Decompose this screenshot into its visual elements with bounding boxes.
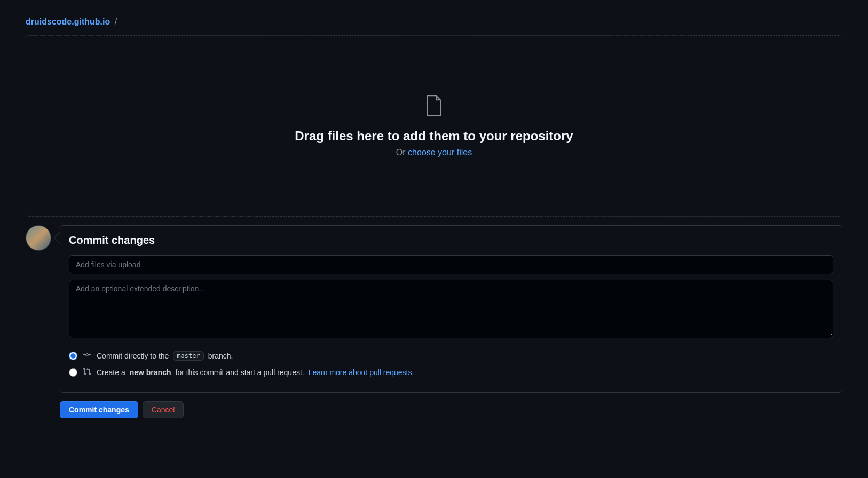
commit-newbranch-option[interactable]: Create a new branch for this commit and … bbox=[69, 367, 833, 377]
commit-direct-label: Commit directly to the master branch. bbox=[97, 351, 233, 361]
file-icon bbox=[425, 95, 443, 118]
branch-badge: master bbox=[173, 351, 203, 361]
learn-more-link[interactable]: Learn more about pull requests. bbox=[309, 368, 414, 377]
cancel-button[interactable]: Cancel bbox=[143, 401, 184, 418]
commit-actions: Commit changes Cancel bbox=[60, 401, 842, 418]
breadcrumb: druidscode.github.io / bbox=[26, 17, 859, 27]
commit-direct-radio[interactable] bbox=[69, 352, 77, 360]
dropzone-title: Drag files here to add them to your repo… bbox=[295, 129, 573, 144]
breadcrumb-separator: / bbox=[115, 17, 117, 26]
commit-newbranch-radio[interactable] bbox=[69, 368, 77, 377]
choose-files-link[interactable]: choose your files bbox=[408, 148, 472, 157]
commit-heading: Commit changes bbox=[69, 234, 833, 246]
commit-box: Commit changes Commit directly to the ma… bbox=[60, 225, 842, 393]
git-commit-icon bbox=[83, 350, 91, 361]
commit-newbranch-label: Create a new branch for this commit and … bbox=[97, 368, 414, 377]
commit-button[interactable]: Commit changes bbox=[60, 401, 138, 418]
file-dropzone[interactable]: Drag files here to add them to your repo… bbox=[26, 35, 842, 217]
commit-description-input[interactable] bbox=[69, 280, 833, 338]
repo-link[interactable]: druidscode.github.io bbox=[26, 17, 110, 26]
dropzone-subtext: Or choose your files bbox=[396, 148, 472, 157]
commit-direct-option[interactable]: Commit directly to the master branch. bbox=[69, 350, 833, 361]
commit-summary-input[interactable] bbox=[69, 255, 833, 274]
git-pull-request-icon bbox=[83, 367, 91, 377]
avatar[interactable] bbox=[26, 225, 51, 251]
